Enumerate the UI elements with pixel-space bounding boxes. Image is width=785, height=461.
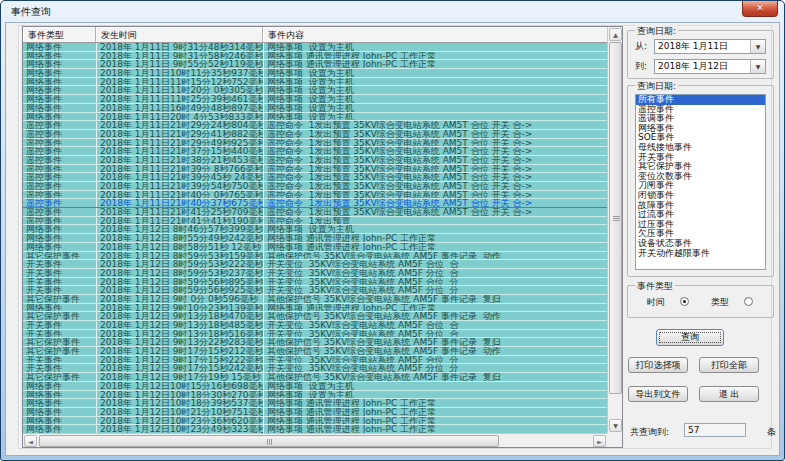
table-row[interactable]: 遥控事件2018年 1月11日21时40分 0秒765毫秒遥控命令 1发出预置 … bbox=[23, 191, 607, 200]
event-filter-item[interactable]: 闭锁事件 bbox=[636, 191, 765, 201]
event-filter-item[interactable]: 其它保护事件 bbox=[636, 162, 765, 172]
table-row[interactable]: 网络事件2018年 1月11日11时20分 0秒305毫秒网络事项 设置为主机 bbox=[23, 86, 607, 95]
table-row[interactable]: 网络事件2018年 1月11日 9时31分58秒246毫秒网络事项 通讯管理进程… bbox=[23, 52, 607, 61]
event-filter-item[interactable]: 所有事件 bbox=[636, 95, 765, 105]
event-filter-item[interactable]: 开关事件 bbox=[636, 153, 765, 163]
exit-button[interactable]: 退 出 bbox=[699, 386, 759, 402]
table-row[interactable]: 网络事件2018年 1月12日 9时10分23秒139毫秒网络事项 通讯管理进程… bbox=[23, 304, 607, 313]
event-filter-item[interactable]: 欠压事件 bbox=[636, 229, 765, 239]
event-filter-item[interactable]: 过流事件 bbox=[636, 210, 765, 220]
cell-time: 2018年 1月12日10时21分10秒751毫秒 bbox=[96, 408, 263, 416]
table-row[interactable]: 网络事件2018年 1月11日 9时55分52秒119毫秒网络事项 通讯管理进程… bbox=[23, 60, 607, 69]
table-row[interactable]: 遥控事件2018年 1月11日21时41分25秒709毫秒遥控命令 1发出预置 … bbox=[23, 208, 607, 217]
table-row[interactable]: 遥控事件2018年 1月11日21时41分41秒190毫秒遥控命令 1发出预置 bbox=[23, 217, 607, 226]
table-row[interactable]: 网络事件2018年 1月11日 9时31分48秒314毫秒网络事项 设置为主机 bbox=[23, 43, 607, 52]
column-header-time[interactable]: 发生时间 bbox=[96, 27, 263, 42]
table-row[interactable]: 遥控事件2018年 1月11日21时29分49秒925毫秒遥控命令 1发出预置 … bbox=[23, 139, 607, 148]
table-row[interactable]: 网络事件2018年 1月12日10时23分36秒620毫秒网络事项 通讯管理进程… bbox=[23, 417, 607, 426]
table-row[interactable]: 开关事件2018年 1月12日 8时59分56秒925毫秒开关变位 35KV综合… bbox=[23, 286, 607, 295]
table-row[interactable]: 遥控事件2018年 1月11日21时39分 8秒766毫秒遥控命令 1发出预置 … bbox=[23, 165, 607, 174]
event-filter-item[interactable]: 开关动作越限事件 bbox=[636, 249, 765, 259]
table-row[interactable]: 开关事件2018年 1月12日 8时59分53秒222毫秒开关变位 35KV综合… bbox=[23, 260, 607, 269]
table-row[interactable]: 网络事件2018年 1月12日 8时58分51秒 12毫秒网络事项 通讯管理进程… bbox=[23, 243, 607, 252]
thumb-grip bbox=[613, 218, 620, 219]
to-date-combobox[interactable]: 2018年 1月12日 ▼ bbox=[654, 59, 766, 74]
table-row[interactable]: 遥控事件2018年 1月11日21时38分21秒453毫秒遥控命令 1发出预置 … bbox=[23, 156, 607, 165]
table-row[interactable]: 网络事件2018年 1月11日20时 4分53秒833毫秒网络事项 设置为主机 bbox=[23, 113, 607, 122]
event-filter-item[interactable]: 过压事件 bbox=[636, 220, 765, 230]
table-row[interactable]: 开关事件2018年 1月12日 8时59分53秒237毫秒开关变位 35KV综合… bbox=[23, 269, 607, 278]
cell-type: 遥控事件 bbox=[23, 208, 96, 216]
cell-time: 2018年 1月11日21时29分49秒925毫秒 bbox=[96, 139, 263, 147]
cell-content: 其他保护信号 35KV综合变电站系统 AM5F 事件记录 动作 bbox=[263, 347, 607, 355]
event-filter-item[interactable]: 网络事件 bbox=[636, 124, 765, 134]
cell-time: 2018年 1月12日 9时17分15秒212毫秒 bbox=[96, 347, 263, 355]
table-row[interactable]: 网络事件2018年 1月12日 8时55分49秒242毫秒网络事项 通讯管理进程… bbox=[23, 234, 607, 243]
table-row[interactable]: 开关事件2018年 1月12日 9时13分18秒485毫秒开关变位 35KV综合… bbox=[23, 321, 607, 330]
chevron-down-icon[interactable]: ▼ bbox=[750, 60, 765, 73]
table-row[interactable]: 遥控事件2018年 1月11日21时29分24秒804毫秒遥控命令 1发出预置 … bbox=[23, 121, 607, 130]
table-row[interactable]: 网络事件2018年 1月12日10时21分10秒751毫秒网络事项 通讯管理进程… bbox=[23, 408, 607, 417]
table-row[interactable]: 遥控事件2018年 1月11日21时39分45秒 24毫秒遥控命令 1发出预置 … bbox=[23, 173, 607, 182]
cell-time: 2018年 1月11日21时40分 0秒765毫秒 bbox=[96, 191, 263, 199]
table-row[interactable]: 其它保护事件2018年 1月12日 9时13分18秒470毫秒其他保护信号 35… bbox=[23, 312, 607, 321]
horizontal-scrollbar[interactable]: ◄ ► bbox=[23, 433, 607, 447]
column-header-content[interactable]: 事件内容 bbox=[263, 27, 622, 42]
table-row[interactable]: 网络事件2018年 1月12日10时18分30秒270毫秒网络事项 设置为主机 bbox=[23, 391, 607, 400]
event-table-body[interactable]: 网络事件2018年 1月11日 9时31分48秒314毫秒网络事项 设置为主机网… bbox=[23, 43, 607, 433]
horizontal-scroll-thumb[interactable] bbox=[39, 435, 499, 447]
print-all-button[interactable]: 打印全部 bbox=[699, 357, 759, 373]
result-count-field[interactable]: 57 bbox=[684, 423, 746, 437]
table-row[interactable]: 开关事件2018年 1月12日 9时17分15秒242毫秒开关变位 35KV综合… bbox=[23, 364, 607, 373]
vertical-scroll-thumb[interactable] bbox=[609, 42, 622, 394]
table-row[interactable]: 开关事件2018年 1月12日 9时17分15秒222毫秒开关变位 35KV综合… bbox=[23, 356, 607, 365]
from-label: 从: bbox=[635, 40, 654, 53]
table-row[interactable]: 其它保护事件2018年 1月12日 9时17分19秒 15毫秒其他保护信号 35… bbox=[23, 373, 607, 382]
table-row[interactable]: 网络事件2018年 1月11日16时49分48秒897毫秒网络事项 设置为主机 bbox=[23, 104, 607, 113]
table-row[interactable]: 其它保护事件2018年 1月12日 9时13分22秒283毫秒其他保护信号 35… bbox=[23, 338, 607, 347]
event-filter-item[interactable]: 设备状态事件 bbox=[636, 239, 765, 249]
chevron-down-icon[interactable]: ▼ bbox=[750, 40, 765, 53]
radio-type[interactable] bbox=[744, 297, 753, 306]
table-row[interactable]: 其它保护事件2018年 1月12日 9时17分15秒212毫秒其他保护信号 35… bbox=[23, 347, 607, 356]
close-button[interactable]: ✕ bbox=[742, 1, 778, 17]
event-filter-listbox[interactable]: 所有事件遥控事件遥调事件网络事件SOE事件母线接地事件开关事件其它保护事件变位次… bbox=[635, 94, 766, 270]
event-filter-item[interactable]: SOE事件 bbox=[636, 133, 765, 143]
cell-type: 遥控事件 bbox=[23, 173, 96, 181]
table-row[interactable]: 遥控事件2018年 1月11日21时37分15秒440毫秒遥控命令 1发出预置 … bbox=[23, 147, 607, 156]
table-row[interactable]: 开关事件2018年 1月12日 8时59分56秒895毫秒开关变位 35KV综合… bbox=[23, 278, 607, 287]
event-filter-item[interactable]: 母线接地事件 bbox=[636, 143, 765, 153]
table-row[interactable]: 网络事件2018年 1月11日11时25分39秒461毫秒网络事项 设置为主机 bbox=[23, 95, 607, 104]
event-filter-item[interactable]: 刀闸事件 bbox=[636, 181, 765, 191]
cell-time: 2018年 1月11日21时39分 8秒766毫秒 bbox=[96, 165, 263, 173]
scroll-right-icon[interactable]: ► bbox=[593, 435, 606, 447]
event-filter-item[interactable]: 变位次数事件 bbox=[636, 172, 765, 182]
group-title: 查询日期: bbox=[635, 25, 678, 38]
table-row[interactable]: 网络事件2018年 1月11日10时11分35秒937毫秒网络事项 设置为主机 bbox=[23, 69, 607, 78]
table-row[interactable]: 遥控事件2018年 1月11日21时29分41秒882毫秒遥控命令 1发出预置 … bbox=[23, 130, 607, 139]
event-filter-item[interactable]: 遥控事件 bbox=[636, 105, 765, 115]
titlebar[interactable]: 事件查询 ✕ bbox=[1, 1, 784, 22]
table-row[interactable]: 开关事件2018年 1月12日 9时13分18秒516毫秒开关变位 35KV综合… bbox=[23, 330, 607, 339]
table-row[interactable]: 其它保护事件2018年 1月12日 9时 0分 0秒596毫秒其他保护信号 35… bbox=[23, 295, 607, 304]
table-row[interactable]: 网络事件2018年 1月11日11时15分12秒752毫秒网络事项 设置为主机 bbox=[23, 78, 607, 87]
table-row[interactable]: 遥控事件2018年 1月11日21时39分54秒750毫秒遥控命令 1发出预置 … bbox=[23, 182, 607, 191]
table-row[interactable]: 网络事件2018年 1月12日10时23分49秒323毫秒网络事项 通讯管理进程… bbox=[23, 425, 607, 433]
table-row[interactable]: 网络事件2018年 1月12日10时18分39秒537毫秒网络事项 通讯管理进程… bbox=[23, 399, 607, 408]
event-filter-item[interactable]: 遥调事件 bbox=[636, 114, 765, 124]
query-button[interactable]: 查询 bbox=[656, 329, 724, 346]
column-header-type[interactable]: 事件类型 bbox=[23, 27, 96, 42]
export-to-file-button[interactable]: 导出到文件 bbox=[628, 386, 688, 402]
table-row[interactable]: 其它保护事件2018年 1月12日 8时59分53秒159毫秒其他保护信号 35… bbox=[23, 252, 607, 261]
table-row[interactable]: 网络事件2018年 1月12日 8时46分57秒399毫秒网络事项 设置为主机 bbox=[23, 225, 607, 234]
print-selected-button[interactable]: 打印选择项 bbox=[628, 357, 688, 373]
event-filter-item[interactable]: 故障事件 bbox=[636, 201, 765, 211]
scroll-up-icon[interactable]: ▲ bbox=[609, 28, 622, 41]
vertical-scrollbar[interactable]: ▲ ▼ bbox=[607, 27, 622, 433]
table-row[interactable]: 遥控事件2018年 1月11日21时40分37秒675毫秒遥控命令 1发出预置 … bbox=[23, 199, 607, 208]
radio-time[interactable] bbox=[680, 297, 689, 306]
scroll-left-icon[interactable]: ◄ bbox=[24, 435, 37, 447]
from-date-combobox[interactable]: 2018年 1月11日 ▼ bbox=[654, 39, 766, 54]
scroll-down-icon[interactable]: ▼ bbox=[609, 419, 622, 432]
table-row[interactable]: 网络事件2018年 1月12日10时15分16秒698毫秒网络事项 设置为主机 bbox=[23, 382, 607, 391]
